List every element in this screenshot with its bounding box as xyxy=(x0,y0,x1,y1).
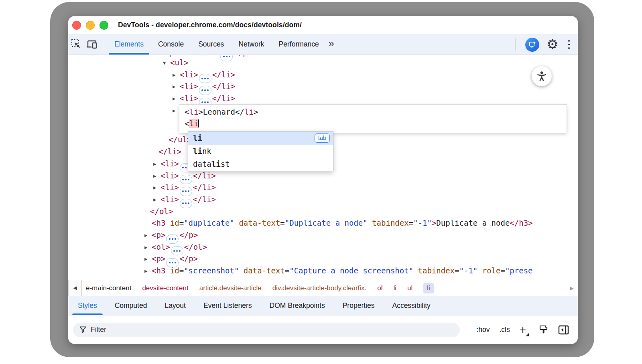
tab-computed[interactable]: Computed xyxy=(106,296,156,315)
filter-controls: :hov .cls + xyxy=(476,315,569,344)
disclosure-collapsed-icon[interactable]: ▶ xyxy=(153,158,160,170)
breadcrumb-item[interactable]: li xyxy=(394,284,397,292)
disclosure-collapsed-icon[interactable]: ▶ xyxy=(144,265,152,277)
tab-sources[interactable]: Sources xyxy=(191,34,231,55)
toolbar-right-divider xyxy=(515,38,516,51)
disclosure-expanded-icon[interactable]: ▼ xyxy=(163,57,170,69)
tab-layout[interactable]: Layout xyxy=(156,296,195,315)
breadcrumb-item[interactable]: ul xyxy=(407,284,412,292)
tab-network[interactable]: Network xyxy=(231,34,271,55)
toolbar-divider xyxy=(103,38,103,51)
text-cursor xyxy=(198,119,199,127)
ai-assistant-button[interactable] xyxy=(525,38,539,52)
device-toolbar-icon xyxy=(86,39,98,50)
breadcrumb-scroll-right-button[interactable]: ▶ xyxy=(566,280,578,296)
close-button[interactable] xyxy=(72,21,81,30)
dom-tree-row[interactable]: ▶<li></li> xyxy=(68,92,578,104)
titlebar: DevTools - developer.chrome.com/docs/dev… xyxy=(68,16,578,34)
window-title: DevTools - developer.chrome.com/docs/dev… xyxy=(118,21,302,29)
element-classes-button[interactable]: .cls xyxy=(499,326,510,334)
autocomplete-item[interactable]: datalist xyxy=(188,158,333,171)
edit-line-2: <li xyxy=(185,118,567,129)
tab-event-listeners[interactable]: Event Listeners xyxy=(195,296,261,315)
dom-tree-row[interactable]: </ol> xyxy=(68,205,578,217)
device-toolbar-button[interactable] xyxy=(84,37,100,52)
breadcrumb-item[interactable]: ol xyxy=(377,284,382,292)
inspect-element-button[interactable] xyxy=(68,37,84,52)
tab-styles[interactable]: Styles xyxy=(69,296,106,315)
dom-tree-row[interactable]: ▶<li></li> xyxy=(68,69,578,81)
disclosure-collapsed-icon[interactable]: ▶ xyxy=(153,170,160,182)
toggle-sidebar-button[interactable] xyxy=(558,325,569,335)
inspect-cursor-icon xyxy=(71,39,82,50)
breadcrumb-item[interactable]: devsite-content xyxy=(142,284,188,292)
disclosure-collapsed-icon[interactable]: ▶ xyxy=(173,105,180,117)
dom-tree-row[interactable]: ▶<ol></ol> xyxy=(68,241,578,253)
breadcrumb: e-main-contentdevsite-contentarticle.dev… xyxy=(86,283,566,293)
autocomplete-item[interactable]: link xyxy=(188,145,333,158)
filter-input[interactable] xyxy=(91,326,412,334)
devtools-window: DevTools - developer.chrome.com/docs/dev… xyxy=(68,16,578,344)
tab-console[interactable]: Console xyxy=(151,34,191,55)
accessibility-button[interactable] xyxy=(532,66,552,86)
filter-pill[interactable] xyxy=(73,323,460,337)
new-style-rule-button[interactable]: + xyxy=(520,324,529,336)
zoom-button[interactable] xyxy=(100,21,108,30)
dom-tree-row[interactable]: <h3 id="duplicate" data-text="Duplicate … xyxy=(68,217,578,229)
sidebar-toggle-icon xyxy=(558,325,569,335)
toggle-element-state-button[interactable]: :hov xyxy=(476,326,490,334)
breadcrumb-scroll-left-button[interactable]: ◀ xyxy=(68,280,82,296)
tab-accessibility[interactable]: Accessibility xyxy=(383,296,439,315)
dom-tree-row[interactable]: ▶<li></li> xyxy=(68,193,578,205)
dom-tree-row[interactable]: ▶<li></li> xyxy=(68,181,578,193)
breadcrumb-item[interactable]: li xyxy=(423,283,434,293)
disclosure-collapsed-icon[interactable]: ▶ xyxy=(144,229,152,241)
traffic-lights xyxy=(72,21,108,30)
disclosure-collapsed-icon[interactable]: ▶ xyxy=(144,253,152,265)
dom-tree-row[interactable]: ▶<li></li> xyxy=(68,170,578,182)
autocomplete-popup: litablinkdatalist xyxy=(188,131,333,171)
minimize-button[interactable] xyxy=(86,21,95,30)
edit-line-1: <li>Leonard</li> xyxy=(185,106,567,118)
disclosure-collapsed-icon[interactable]: ▶ xyxy=(144,241,152,253)
tab-hint-badge: tab xyxy=(315,133,330,143)
dom-tree-row[interactable]: ▶<li></li> xyxy=(68,80,578,92)
dom-edit-box[interactable]: <li>Leonard</li> <li xyxy=(179,105,567,133)
tab-performance[interactable]: Performance xyxy=(272,34,326,55)
tab-elements[interactable]: Elements xyxy=(107,34,151,55)
dom-tree-row[interactable]: ▶<h3 id="screenshot" data-text="Capture … xyxy=(68,265,578,277)
toolbar-right-icons: ⚙ xyxy=(513,34,572,55)
tab-properties[interactable]: Properties xyxy=(334,296,384,315)
settings-button[interactable]: ⚙ xyxy=(547,38,559,51)
breadcrumb-item[interactable]: e-main-content xyxy=(86,284,131,292)
more-panels-button[interactable]: » xyxy=(326,38,338,51)
disclosure-collapsed-icon[interactable]: ▶ xyxy=(173,93,180,105)
more-menu-button[interactable] xyxy=(566,40,573,49)
disclosure-collapsed-icon[interactable]: ▶ xyxy=(153,182,160,194)
computed-styles-brush-button[interactable] xyxy=(538,325,549,335)
panel-tabs: ElementsConsoleSourcesNetworkPerformance xyxy=(107,34,326,55)
styles-panel-tabs: StylesComputedLayoutEvent ListenersDOM B… xyxy=(68,296,578,315)
breadcrumb-bar: ◀ e-main-contentdevsite-contentarticle.d… xyxy=(68,280,578,296)
dom-tree-row[interactable]: ▶<p></p> xyxy=(68,253,578,265)
devtools-toolbar: ElementsConsoleSourcesNetworkPerformance… xyxy=(68,34,578,55)
funnel-icon xyxy=(79,326,87,334)
tab-dom-breakpoints[interactable]: DOM Breakpoints xyxy=(261,296,334,315)
disclosure-collapsed-icon[interactable]: ▶ xyxy=(173,81,180,93)
paint-brush-icon xyxy=(538,325,549,335)
breadcrumb-item[interactable]: div.devsite-article-body.clearfix. xyxy=(272,284,367,292)
disclosure-collapsed-icon[interactable]: ▶ xyxy=(153,194,160,206)
autocomplete-item[interactable]: litab xyxy=(188,131,333,145)
dom-tree: ▶<p id="new"></p>▼<ul>▶<li></li>▶<li></l… xyxy=(68,55,578,280)
breadcrumb-item[interactable]: article.devsite-article xyxy=(199,284,262,292)
styles-filter-bar: :hov .cls + xyxy=(68,315,578,344)
disclosure-collapsed-icon[interactable]: ▶ xyxy=(173,69,180,81)
dom-tree-row[interactable]: ▶<p></p> xyxy=(68,229,578,241)
accessibility-person-icon xyxy=(536,71,547,82)
dom-tree-row[interactable]: ▼<ul> xyxy=(68,57,578,69)
ai-assistant-icon xyxy=(528,41,536,49)
